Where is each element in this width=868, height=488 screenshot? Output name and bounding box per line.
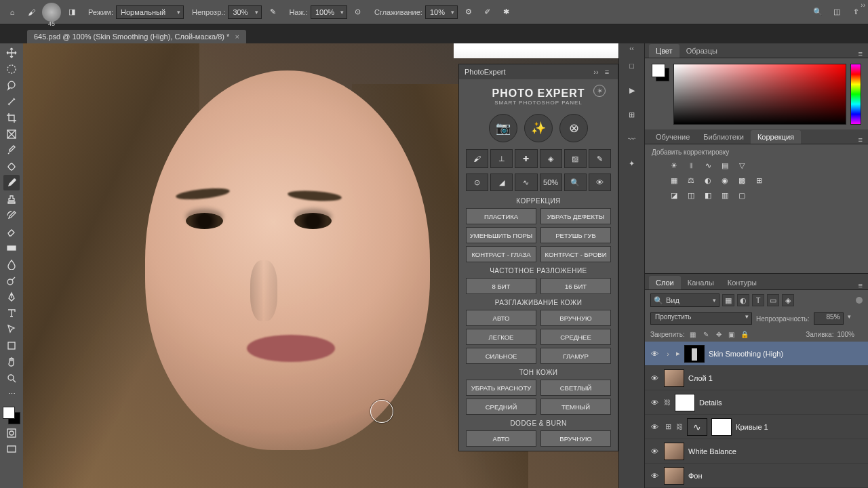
- zoom-tool[interactable]: [3, 370, 20, 386]
- btn-auto[interactable]: АВТО: [466, 310, 536, 326]
- btn-remove-red[interactable]: УБРАТЬ КРАСНОТУ: [466, 380, 536, 396]
- adj-mixer-icon[interactable]: ▩: [736, 175, 748, 186]
- extra-panel-icon[interactable]: ✦: [625, 156, 639, 171]
- filter-pixel-icon[interactable]: ▦: [722, 294, 734, 306]
- pen-tool[interactable]: [3, 289, 20, 304]
- pe-pen-icon[interactable]: ✎: [589, 149, 611, 168]
- collapse-icon[interactable]: ››: [591, 68, 601, 76]
- pe-stamp-icon[interactable]: ⊥: [490, 149, 513, 168]
- layer-row[interactable]: 👁›▸Skin Smoothing (High): [645, 342, 868, 366]
- pe-lasso-icon[interactable]: ⊙: [466, 174, 488, 191]
- marquee-tool[interactable]: [3, 61, 20, 77]
- flow-input[interactable]: 100%: [311, 5, 347, 19]
- pe-patch-icon[interactable]: ◈: [540, 149, 562, 168]
- adj-selective-icon[interactable]: ▢: [736, 190, 748, 201]
- layer-name[interactable]: Кривые 1: [736, 423, 768, 431]
- layer-thumbnail[interactable]: ∿: [687, 418, 707, 436]
- tab-libraries[interactable]: Библиотеки: [696, 130, 751, 144]
- lock-pixels-icon[interactable]: ▦: [688, 331, 698, 338]
- brush-tool-icon[interactable]: 🖌: [23, 4, 39, 20]
- pe-mixer-icon[interactable]: ▨: [564, 149, 587, 168]
- visibility-icon[interactable]: 👁: [649, 422, 660, 432]
- brushes-panel-icon[interactable]: 〰: [625, 131, 639, 146]
- adj-gradient-icon[interactable]: ▥: [719, 190, 731, 201]
- pe-50gray-icon[interactable]: 50%: [540, 174, 562, 191]
- layer-name[interactable]: White Balance: [688, 447, 736, 455]
- lasso-tool[interactable]: [3, 77, 20, 93]
- layer-row[interactable]: 👁Фон: [645, 464, 868, 488]
- visibility-icon[interactable]: 👁: [649, 397, 660, 408]
- layer-name[interactable]: Слой 1: [688, 374, 713, 382]
- layer-name[interactable]: Фон: [688, 472, 703, 480]
- color-swatches[interactable]: [3, 407, 20, 424]
- tab-layers[interactable]: Слои: [649, 276, 681, 289]
- pe-levels-icon[interactable]: ◢: [490, 174, 513, 191]
- adj-bw-icon[interactable]: ◐: [702, 175, 714, 186]
- workspace-icon[interactable]: ◫: [829, 4, 845, 20]
- quickmask-tool[interactable]: [3, 425, 20, 441]
- btn-light[interactable]: ЛЕГКОЕ: [466, 329, 536, 345]
- airbrush-icon[interactable]: ⊙: [350, 4, 366, 20]
- adj-threshold-icon[interactable]: ◧: [702, 190, 714, 201]
- adj-balance-icon[interactable]: ⚖: [685, 175, 697, 186]
- home-icon[interactable]: ⌂: [4, 4, 20, 20]
- tab-adjustments[interactable]: Коррекция: [751, 130, 801, 144]
- visibility-icon[interactable]: 👁: [649, 470, 660, 481]
- btn-db-auto[interactable]: АВТО: [466, 430, 536, 447]
- adj-hue-icon[interactable]: ▦: [668, 175, 680, 186]
- visibility-icon[interactable]: 👁: [649, 348, 660, 359]
- wand-button[interactable]: ✨: [524, 114, 553, 142]
- eyedropper-tool[interactable]: [3, 142, 20, 158]
- visibility-icon[interactable]: 👁: [649, 373, 660, 384]
- camera-button[interactable]: 📷: [489, 114, 517, 142]
- filter-smart-icon[interactable]: ◈: [782, 294, 794, 306]
- crop-tool[interactable]: [3, 110, 20, 125]
- adjustments-panel-menu-icon[interactable]: ≡: [853, 136, 868, 144]
- frame-tool[interactable]: [3, 126, 20, 142]
- layer-thumbnail[interactable]: [664, 443, 684, 460]
- close-icon[interactable]: ×: [235, 33, 239, 41]
- pe-zoom-icon[interactable]: 🔍: [564, 174, 587, 191]
- layer-thumbnail[interactable]: [664, 467, 684, 485]
- pe-curves-icon[interactable]: ∿: [515, 174, 537, 191]
- layer-row[interactable]: 👁Слой 1: [645, 366, 868, 390]
- btn-light-tone[interactable]: СВЕТЛЫЙ: [540, 380, 611, 396]
- btn-16bit[interactable]: 16 БИТ: [540, 278, 611, 294]
- filter-toggle[interactable]: [856, 297, 863, 304]
- btn-lips[interactable]: РЕТУШЬ ГУБ: [540, 227, 611, 243]
- layer-name[interactable]: Details: [699, 399, 722, 407]
- btn-db-manual[interactable]: ВРУЧНУЮ: [540, 430, 611, 447]
- adj-curves-icon[interactable]: ∿: [702, 160, 714, 171]
- tab-swatches[interactable]: Образцы: [679, 44, 724, 58]
- type-tool[interactable]: [3, 305, 20, 321]
- adj-levels-icon[interactable]: ⫴: [685, 160, 697, 171]
- move-tool[interactable]: [3, 45, 20, 60]
- layer-opacity-input[interactable]: 85%: [814, 312, 844, 325]
- pe-eye-icon[interactable]: 👁: [589, 174, 611, 191]
- brush-panel-toggle-icon[interactable]: ◨: [64, 4, 80, 20]
- adj-photo-filter-icon[interactable]: ◉: [719, 175, 731, 186]
- adj-invert-icon[interactable]: ◪: [668, 190, 680, 201]
- blend-mode-select[interactable]: Нормальный: [116, 5, 184, 19]
- document-tab[interactable]: 645.psd @ 100% (Skin Smoothing (High), С…: [27, 30, 246, 43]
- adj-vibrance-icon[interactable]: ▽: [736, 160, 748, 171]
- blend-mode-select[interactable]: Пропустить: [650, 312, 752, 325]
- tab-channels[interactable]: Каналы: [681, 276, 721, 289]
- history-panel-icon[interactable]: □: [625, 58, 639, 73]
- layers-panel-menu-icon[interactable]: ≡: [853, 281, 868, 289]
- blur-tool[interactable]: [3, 256, 20, 272]
- pe-brush-icon[interactable]: 🖌: [466, 149, 488, 168]
- stamp-tool[interactable]: [3, 191, 20, 207]
- magic-wand-tool[interactable]: [3, 94, 20, 109]
- gradient-tool[interactable]: [3, 240, 20, 256]
- layer-row[interactable]: 👁⊞⛓∿Кривые 1: [645, 415, 868, 439]
- visibility-icon[interactable]: 👁: [649, 446, 660, 457]
- panel-menu-icon[interactable]: ≡: [601, 68, 612, 76]
- properties-panel-icon[interactable]: ⊞: [625, 107, 639, 122]
- btn-glamour[interactable]: ГЛАМУР: [540, 348, 611, 364]
- btn-strong[interactable]: СИЛЬНОЕ: [466, 348, 536, 364]
- lock-position-icon[interactable]: ✎: [701, 331, 711, 338]
- layer-thumbnail[interactable]: [684, 345, 705, 363]
- btn-contrast-brows[interactable]: КОНТРАСТ - БРОВИ: [540, 246, 611, 262]
- color-field[interactable]: [673, 64, 846, 125]
